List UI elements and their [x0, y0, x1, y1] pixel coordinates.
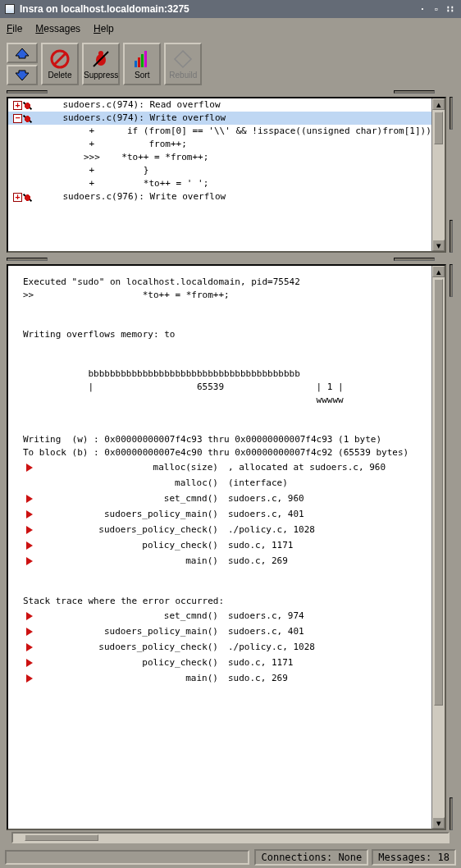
status-messages: Messages: 18 [372, 849, 456, 866]
errors-scrollbar[interactable]: ▴ ▾ [431, 98, 445, 251]
stack-frame[interactable]: main()sudo.c, 269 [23, 670, 417, 686]
warning-icon [50, 49, 70, 69]
frame-location: sudoers.c, 960 [221, 492, 304, 505]
suppress-button[interactable]: Suppress [82, 43, 120, 85]
expand-triangle-icon[interactable] [26, 628, 33, 636]
svg-rect-7 [135, 61, 137, 67]
titlebar[interactable]: Insra on localhost.localdomain:3275 · ▫ … [0, 0, 461, 18]
details-scrollbar[interactable]: ▴ ▾ [431, 266, 445, 829]
upper-h-ruler[interactable] [7, 89, 435, 95]
svg-point-5 [98, 51, 103, 56]
suppressed-bug-icon [23, 101, 32, 110]
upper-v-ruler[interactable] [448, 97, 454, 253]
collapse-icon[interactable]: − [13, 114, 22, 123]
rebuild-button[interactable]: Rebuild [164, 43, 202, 85]
menubar: File Messages Help [2, 20, 459, 38]
stack-frame[interactable]: set_cmnd()sudoers.c, 974 [23, 608, 417, 624]
scroll-up-icon[interactable]: ▴ [432, 98, 445, 110]
error-row[interactable]: + sudoers.c(976): Write overflow [8, 190, 431, 203]
frame-function: set_cmnd() [41, 492, 221, 505]
frame-location: sudoers.c, 401 [221, 508, 304, 521]
frame-location: sudo.c, 1171 [221, 539, 293, 552]
details-hscrollbar[interactable] [11, 832, 450, 843]
menu-help[interactable]: Help [94, 23, 114, 34]
stack-frame[interactable]: malloc(size), allocated at sudoers.c, 96… [23, 459, 417, 475]
frame-location: sudo.c, 269 [221, 672, 288, 685]
frame-location: sudoers.c, 401 [221, 625, 304, 638]
overflow-message: Writing overflows memory: to [23, 328, 417, 341]
stack-frame[interactable]: main()sudo.c, 269 [23, 553, 417, 569]
lower-v-ruler[interactable] [448, 264, 454, 830]
delete-button[interactable]: Delete [41, 43, 79, 85]
lower-h-ruler[interactable] [7, 256, 435, 263]
stack-frame[interactable]: malloc()(interface) [23, 475, 417, 491]
blank-line [23, 354, 417, 368]
frame-location: ./policy.c, 1028 [221, 641, 315, 654]
stack-frame[interactable]: sudoers_policy_check()./policy.c, 1028 [23, 522, 417, 537]
expand-triangle-icon[interactable] [26, 612, 33, 620]
stack-header: Stack trace where the error occurred: [23, 595, 417, 608]
frame-function: sudoers_policy_main() [41, 625, 221, 638]
status-spacer [5, 850, 249, 865]
scroll-down-icon[interactable]: ▾ [432, 817, 445, 829]
error-row[interactable]: − sudoers.c(974): Write overflow [8, 112, 431, 125]
blank-line [23, 315, 417, 328]
rebuild-label: Rebuild [169, 71, 197, 80]
writing-line: Writing (w) : 0x00000000007f4c93 thru 0x… [23, 433, 417, 446]
nav-down-button[interactable] [7, 65, 38, 85]
expand-triangle-icon[interactable] [26, 659, 33, 667]
expand-triangle-icon[interactable] [26, 495, 33, 503]
expand-triangle-icon[interactable] [26, 643, 33, 651]
focus-line: >> *to++ = *from++; [23, 289, 417, 302]
scroll-down-icon[interactable]: ▾ [432, 240, 445, 251]
expand-icon[interactable]: + [13, 101, 22, 110]
svg-rect-9 [141, 54, 144, 67]
close-button[interactable]: ∷ [445, 3, 456, 15]
status-connections: Connections: None [254, 849, 368, 866]
menu-messages[interactable]: Messages [35, 23, 80, 34]
stack-frame[interactable]: sudoers_policy_main()sudoers.c, 401 [23, 506, 417, 522]
frame-location: , allocated at sudoers.c, 960 [221, 461, 386, 474]
frame-location: ./policy.c, 1028 [221, 523, 315, 537]
stack-frame[interactable]: policy_check()sudo.c, 1171 [23, 537, 417, 553]
error-row[interactable]: + sudoers.c(974): Read overflow [8, 98, 431, 112]
toolbar: Delete Suppress Sort Rebuild [2, 38, 459, 89]
code-context-line: + *to++ = ' '; [8, 177, 431, 190]
frame-location: sudo.c, 1171 [221, 656, 293, 669]
sort-button[interactable]: Sort [123, 43, 161, 85]
error-text: sudoers.c(976): Write overflow [41, 190, 226, 203]
svg-rect-10 [144, 51, 147, 67]
frame-function: sudoers_policy_check() [41, 523, 221, 537]
expand-triangle-icon[interactable] [26, 557, 33, 565]
frame-function: set_cmnd() [41, 610, 221, 623]
stack-frame[interactable]: set_cmnd()sudoers.c, 960 [23, 491, 417, 506]
code-context-line: + from++; [8, 138, 431, 151]
stack-frame[interactable]: sudoers_policy_main()sudoers.c, 401 [23, 624, 417, 639]
delete-label: Delete [48, 71, 72, 80]
blank-line [23, 569, 417, 582]
frame-function: sudoers_policy_main() [41, 508, 221, 521]
diagram-line: | 65539 | 1 | [23, 381, 417, 394]
blank-line [23, 420, 417, 433]
error-text: sudoers.c(974): Write overflow [41, 112, 226, 125]
expand-triangle-icon[interactable] [26, 510, 33, 519]
expand-icon[interactable]: + [13, 193, 22, 202]
expand-triangle-icon[interactable] [26, 526, 33, 534]
error-text: sudoers.c(974): Read overflow [41, 98, 221, 112]
maximize-button[interactable]: ▫ [431, 3, 442, 15]
expand-triangle-icon[interactable] [26, 541, 33, 550]
nav-up-button[interactable] [7, 43, 38, 63]
blank-line [23, 341, 417, 354]
diagram-line: wwwww [23, 394, 417, 407]
diamond-icon [173, 49, 193, 69]
expand-triangle-icon[interactable] [26, 674, 33, 683]
minimize-button[interactable]: · [417, 3, 428, 15]
frame-function: malloc() [41, 477, 221, 490]
stack-frame[interactable]: sudoers_policy_check()./policy.c, 1028 [23, 639, 417, 655]
blank-line [23, 302, 417, 315]
frame-location: sudoers.c, 974 [221, 610, 304, 623]
stack-frame[interactable]: policy_check()sudo.c, 1171 [23, 655, 417, 670]
scroll-up-icon[interactable]: ▴ [432, 266, 445, 277]
menu-file[interactable]: File [7, 23, 22, 34]
expand-triangle-icon[interactable] [26, 464, 33, 472]
